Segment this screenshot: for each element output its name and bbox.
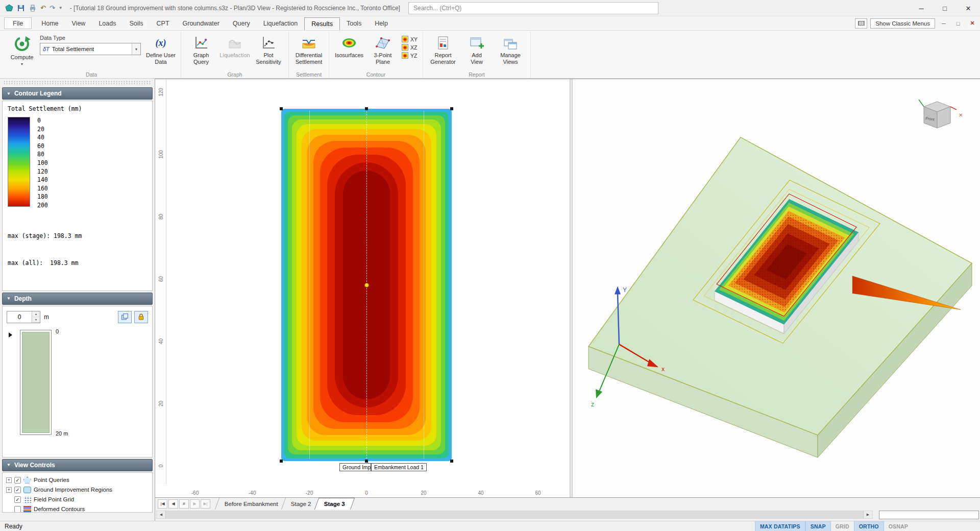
tree-checkbox[interactable]: ✓ [14,487,21,493]
selection-handle[interactable] [365,460,368,463]
pin-panel-button[interactable] [855,18,867,29]
minimize-button[interactable]: ─ [910,0,933,16]
query-point[interactable] [364,283,369,287]
selection-handle[interactable] [280,460,283,463]
add-view-button[interactable]: Add View [460,33,494,66]
ribbon-tab[interactable]: Results [304,17,340,30]
save-icon[interactable] [17,4,25,12]
cube-close-icon[interactable]: ✕ [959,112,963,118]
view-controls-header[interactable]: ▼ View Controls [2,459,153,471]
differential-settlement-button[interactable]: Differential Settlement [292,33,326,66]
plot-sensitivity-button[interactable]: Plot Sensitivity [252,33,285,66]
status-toggle[interactable]: MAX DATATIPS [755,521,805,531]
stage-nav-button[interactable]: ▶ [190,499,200,509]
tree-expander-icon[interactable]: + [6,487,12,493]
define-user-data-button[interactable]: (x) Define User Data [144,33,178,66]
stage-tab-bar: |◀◀#▶▶| Before Embankment Stage 2 Stage … [155,497,980,510]
undo-icon[interactable]: ↶ [40,4,46,12]
ribbon-tab[interactable]: Soils [122,16,150,30]
ribbon-tab[interactable]: File [4,17,32,29]
document-close-button[interactable]: ✕ [967,20,978,27]
ribbon-tab[interactable]: Groundwater [176,16,226,30]
print-icon[interactable] [29,4,37,12]
document-minimize-button[interactable]: ─ [938,20,949,27]
plane-toggle-button[interactable]: YZ [402,52,418,59]
depth-stepper[interactable]: ▲ ▼ [7,311,40,323]
qat-customize-caret-icon[interactable]: ▼ [59,6,63,10]
tree-expander-icon[interactable]: + [6,477,12,483]
selection-handle[interactable] [280,107,283,110]
window-controls: ─ □ ✕ [910,0,980,16]
ribbon-tab[interactable]: Tools [340,16,368,30]
status-toggle[interactable]: OSNAP [884,521,913,531]
data-type-dropdown[interactable]: δT Total Settlement ▼ [40,43,141,55]
tree-item[interactable]: + ✓ Point Queries [4,475,151,485]
tree-checkbox[interactable] [14,506,21,513]
isosurfaces-button[interactable]: Isosurfaces [332,33,366,60]
entity-label[interactable]: Embankment Load 1 [371,463,427,471]
contour-legend-header[interactable]: ▼ Contour Legend [2,87,153,100]
tree-checkbox[interactable]: ✓ [14,496,21,503]
status-toggle[interactable]: GRID [831,521,854,531]
ribbon-tab[interactable]: CPT [150,16,176,30]
scroll-right-icon[interactable]: ▶ [864,511,872,518]
depth-marker-icon[interactable] [9,332,12,337]
selection-handle[interactable] [450,460,453,463]
depth-lock-button[interactable] [134,311,148,323]
spin-up-icon[interactable]: ▲ [32,311,40,317]
stage-tab[interactable]: Before Embankment [215,498,287,510]
ribbon-tab[interactable]: Home [35,16,65,30]
search-input[interactable] [408,2,658,14]
plane-toggle-button[interactable]: XY [402,36,418,42]
stage-nav-button[interactable]: |◀ [158,499,167,509]
manage-views-button[interactable]: Manage Views [494,33,527,66]
tree-checkbox[interactable]: ✓ [14,477,21,484]
tree-item[interactable]: + ✓ Ground Improvement Regions [4,485,151,495]
legend-tick: 20 [37,126,48,133]
ribbon-tab[interactable]: Help [368,16,395,30]
depth-layers-button[interactable] [118,311,132,323]
plan-contour[interactable] [281,109,452,461]
view-3d[interactable]: Y x z Front [573,79,980,497]
liquefaction-button: Liquefaction [218,33,252,60]
ribbon-tab[interactable]: Query [226,16,257,30]
stage-tab[interactable]: Stage 3 [314,498,354,510]
dropdown-caret-icon[interactable]: ▼ [132,43,140,55]
entity-label[interactable]: Ground Imp [339,463,371,471]
ribbon-tab[interactable]: Liquefaction [257,16,304,30]
plane-toggle-button[interactable]: XZ [402,44,418,51]
report-generator-button[interactable]: Report Generator [426,33,460,66]
stage-nav-button[interactable]: # [179,499,189,509]
close-button[interactable]: ✕ [957,0,980,16]
selection-handle[interactable] [365,107,368,110]
stage-nav-button[interactable]: ◀ [168,499,178,509]
scrollbar-thumb[interactable] [165,511,864,518]
liquefaction-icon [227,35,242,51]
group-label-data: Data [2,71,181,78]
show-classic-menus-button[interactable]: Show Classic Menus [870,18,935,29]
ribbon-tab[interactable]: Loads [92,16,122,30]
spin-down-icon[interactable]: ▼ [32,317,40,323]
status-toggle[interactable]: SNAP [805,521,831,531]
compute-button[interactable]: Compute ▼ [5,33,39,67]
orientation-cube[interactable]: Front ✕ [919,100,963,128]
ribbon-tab[interactable]: View [65,16,92,30]
depth-input[interactable] [7,311,32,323]
status-toggle[interactable]: ORTHO [854,521,884,531]
tree-item[interactable]: Deformed Contours [4,504,151,513]
scroll-left-icon[interactable]: ◀ [157,511,165,518]
three-point-plane-button[interactable]: 3-Point Plane [366,33,400,66]
v-ruler-label: 40 [158,336,164,347]
horizontal-scrollbar[interactable]: ◀ ▶ [156,511,873,519]
stage-nav-button[interactable]: ▶| [201,499,210,509]
axis-y-label: Y [623,286,627,294]
redo-icon[interactable]: ↷ [50,4,55,12]
document-restore-button[interactable]: □ [952,20,964,27]
plan-view[interactable]: 120100806040200 [155,79,570,497]
depth-header[interactable]: ▼ Depth [2,293,153,305]
graph-query-button[interactable]: Graph Query [184,33,218,66]
maximize-button[interactable]: □ [933,0,957,16]
selection-handle[interactable] [450,107,453,110]
panel-drag-handle[interactable] [3,81,152,85]
tree-item[interactable]: ✓ Field Point Grid [4,495,151,504]
